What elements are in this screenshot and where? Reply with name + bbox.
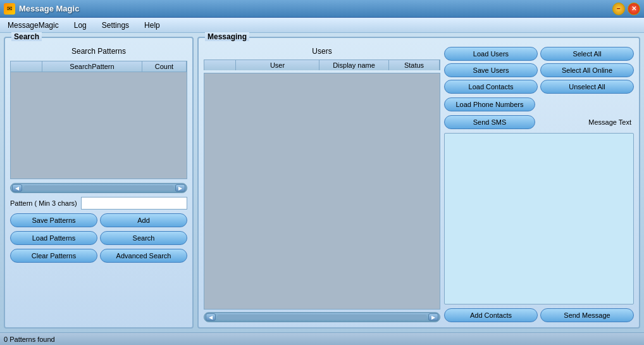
select-all-online-button[interactable]: Select All Online — [540, 63, 634, 77]
clear-patterns-button[interactable]: Clear Patterns — [10, 249, 97, 263]
scroll-left-btn[interactable]: ◀ — [12, 184, 22, 192]
title-bar: ✉ Message Magic − ✕ — [0, 0, 644, 18]
search-table-header: SearchPattern Count — [10, 61, 187, 72]
save-users-button[interactable]: Save Users — [444, 63, 538, 77]
load-phone-numbers-button[interactable]: Load Phone Numbers — [444, 97, 535, 111]
search-patterns-table: SearchPattern Count — [10, 61, 187, 179]
add-button[interactable]: Add — [100, 213, 187, 227]
pattern-input[interactable] — [81, 197, 187, 210]
search-table-body — [10, 72, 187, 179]
menu-item-log[interactable]: Log — [71, 20, 89, 31]
pattern-row: Pattern ( Min 3 chars) — [10, 197, 187, 210]
minimize-button[interactable]: − — [612, 3, 625, 15]
search-scrollbar[interactable]: ◀ ▶ — [10, 183, 187, 193]
search-panel-title: Search — [11, 32, 42, 41]
users-table-body — [204, 73, 440, 310]
load-contacts-button[interactable]: Load Contacts — [444, 80, 538, 94]
users-title: Users — [204, 47, 440, 56]
title-buttons: − ✕ — [612, 3, 640, 15]
button-row-3: Clear Patterns Advanced Search — [10, 249, 187, 263]
button-row-1: Save Patterns Add — [10, 213, 187, 227]
close-button[interactable]: ✕ — [628, 3, 640, 15]
search-button[interactable]: Search — [100, 231, 187, 245]
search-panel: Search Search Patterns SearchPattern Cou… — [4, 37, 194, 329]
advanced-search-button[interactable]: Advanced Search — [100, 249, 187, 263]
users-scroll-track[interactable] — [217, 315, 427, 320]
scroll-right-btn[interactable]: ▶ — [175, 184, 185, 192]
title-text: Message Magic — [19, 4, 79, 13]
pattern-label: Pattern ( Min 3 chars) — [10, 199, 77, 207]
messaging-panel: Messaging Users User Display name Status… — [197, 37, 640, 329]
title-bar-left: ✉ Message Magic — [4, 3, 79, 15]
controls-btn-grid-1: Load Users Select All Save Users Select … — [444, 47, 634, 94]
unselect-all-button[interactable]: Unselect All — [540, 80, 634, 94]
users-col-displayname: Display name — [319, 60, 389, 70]
send-message-button[interactable]: Send Message — [540, 308, 634, 322]
bottom-btn-row: Add Contacts Send Message — [444, 308, 634, 322]
users-scroll-left-btn[interactable]: ◀ — [206, 313, 216, 321]
col-empty — [11, 61, 42, 72]
users-scrollbar[interactable]: ◀ ▶ — [204, 312, 440, 322]
status-bar: 0 Patterns found — [0, 332, 644, 345]
users-scroll-right-btn[interactable]: ▶ — [428, 313, 438, 321]
select-all-button[interactable]: Select All — [540, 47, 634, 61]
load-patterns-button[interactable]: Load Patterns — [10, 231, 97, 245]
message-text-label: Message Text — [535, 118, 634, 126]
menu-item-help[interactable]: Help — [142, 20, 163, 31]
users-table-header: User Display name Status — [204, 60, 440, 70]
button-row-2: Load Patterns Search — [10, 231, 187, 245]
col-count: Count — [142, 61, 187, 72]
col-searchpattern: SearchPattern — [42, 61, 142, 72]
send-sms-button[interactable]: Send SMS — [444, 115, 535, 129]
save-patterns-button[interactable]: Save Patterns — [10, 213, 97, 227]
users-col-user: User — [236, 60, 319, 70]
main-content: Search Search Patterns SearchPattern Cou… — [0, 33, 644, 332]
message-text-area[interactable] — [444, 133, 634, 304]
menu-item-messagemagic[interactable]: MessageMagic — [5, 20, 61, 31]
messaging-panel-title: Messaging — [205, 32, 249, 41]
search-patterns-title: Search Patterns — [10, 47, 187, 56]
load-users-button[interactable]: Load Users — [444, 47, 538, 61]
menu-item-settings[interactable]: Settings — [99, 20, 132, 31]
users-section: Users User Display name Status ◀ ▶ — [204, 47, 440, 322]
add-contacts-button[interactable]: Add Contacts — [444, 308, 538, 322]
status-text: 0 Patterns found — [4, 336, 55, 343]
users-col-empty — [204, 60, 236, 70]
menu-bar: MessageMagic Log Settings Help — [0, 18, 644, 33]
send-sms-wrapper: Send SMS Message Text — [444, 115, 634, 129]
app-icon: ✉ — [4, 3, 15, 15]
users-col-status: Status — [389, 60, 440, 70]
load-phone-wrapper: Load Phone Numbers — [444, 97, 634, 111]
scroll-track[interactable] — [23, 185, 174, 191]
controls-section: Load Users Select All Save Users Select … — [444, 47, 634, 322]
